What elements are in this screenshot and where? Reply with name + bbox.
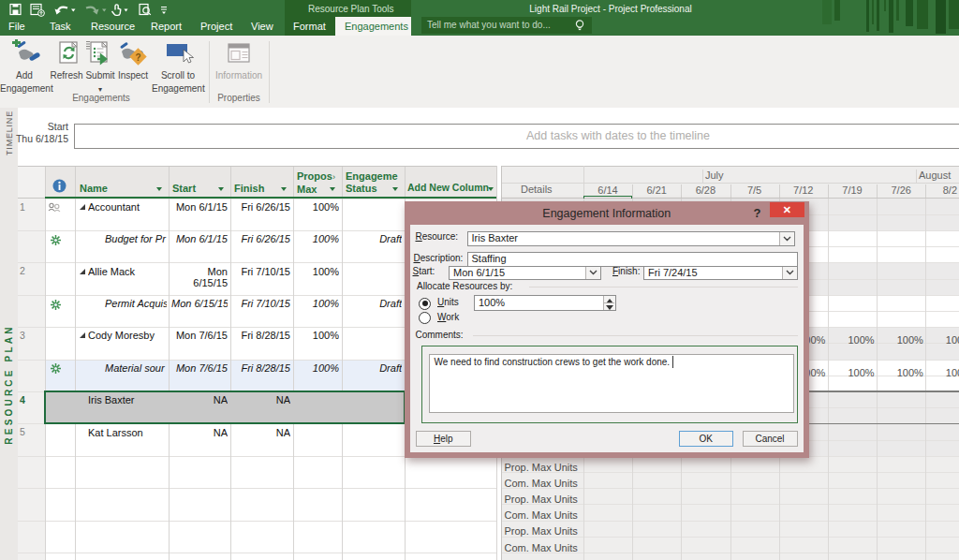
svg-text:?: ? <box>135 52 140 63</box>
